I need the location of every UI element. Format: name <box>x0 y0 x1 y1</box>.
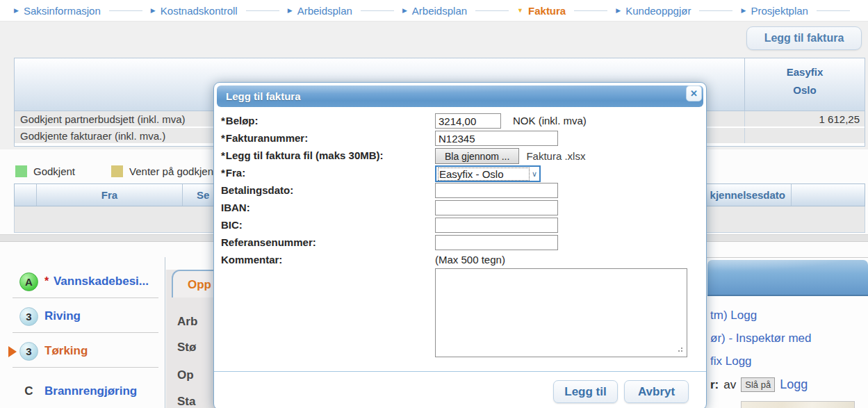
logg-link[interactable]: Logg <box>780 377 808 392</box>
pending-swatch <box>111 165 123 177</box>
cancel-button[interactable]: Avbryt <box>624 380 689 403</box>
form-row-payment-date: Betalingsdato: <box>221 183 699 200</box>
tab-kostnadskontroll[interactable]: ▶ Kostnadskontroll <box>151 5 238 17</box>
sidebar-item-vannskadebesiktigelse[interactable]: A * Vannskadebesi... <box>13 266 160 297</box>
column-header-fra: Fra <box>37 184 183 206</box>
bic-input[interactable] <box>435 218 558 233</box>
comment-label: Kommentar: <box>221 254 282 266</box>
approved-swatch <box>15 165 27 177</box>
sidebar-item-torking[interactable]: 3 Tørking <box>13 335 160 367</box>
iban-label: IBAN: <box>221 202 250 213</box>
chevron-down-icon: ▼ <box>517 8 523 14</box>
tab-label: Saksinformasjon <box>24 5 101 17</box>
info-text: fix <box>710 354 722 368</box>
partner-name: Easyfix <box>745 66 865 78</box>
sidebar-item-brannrengjoring[interactable]: C Brannrengjøring <box>13 375 160 407</box>
close-icon[interactable]: ✕ <box>686 85 702 101</box>
form-row-iban: IBAN: <box>221 200 699 218</box>
partner-city: Oslo <box>745 84 865 96</box>
form-row-file: *Legg til faktura fil (maks 30MB): Bla g… <box>221 148 699 165</box>
payment-date-label: Betalingsdato: <box>221 184 293 196</box>
header-icon-column <box>15 184 37 206</box>
payment-date-input[interactable] <box>435 183 558 198</box>
add-invoice-button[interactable]: Legg til faktura <box>746 26 862 50</box>
field-label: Stø <box>177 341 196 354</box>
chevron-right-icon: ▶ <box>741 8 746 14</box>
form-row-reference: Referansenummer: <box>221 235 699 252</box>
active-step-arrow-icon <box>8 346 17 357</box>
currency-suffix: NOK (inkl. mva) <box>513 113 587 129</box>
from-select[interactable]: Easyfix - Oslo ∨ <box>435 165 541 182</box>
bic-label: BIC: <box>221 219 243 231</box>
dialog-footer-divider <box>214 371 706 372</box>
form-row-comment: Kommentar: (Max 500 tegn) <box>221 252 699 270</box>
tab-label: Kostnadskontroll <box>161 5 238 17</box>
column-header-sendt: Se <box>197 189 209 201</box>
chevron-down-icon: ∨ <box>532 170 537 179</box>
field-label: Op <box>177 368 194 382</box>
column-header-godkjennelsesdato: kjennelsesdato <box>710 189 785 201</box>
comment-max-length-hint: (Max 500 tegn) <box>435 252 505 268</box>
info-text: tm) <box>710 309 728 322</box>
form-row-from: *Fra: Easyfix - Oslo ∨ <box>221 165 699 183</box>
toggle-row: r: av Slå på Logg <box>710 377 808 392</box>
tab-arbeidsplan-1[interactable]: ▶ Arbeidsplan <box>288 5 352 17</box>
approved-label: Godkjent <box>33 165 75 177</box>
info-line: fix Logg <box>710 354 752 368</box>
sidebar-item-riving[interactable]: 3 Riving <box>13 300 160 332</box>
step-letter: C <box>19 382 38 401</box>
panel-header-bar <box>707 260 868 296</box>
sla-pa-button[interactable]: Slå på <box>741 377 775 392</box>
tab-faktura-active[interactable]: ▼ Faktura <box>517 5 566 17</box>
required-mark: * <box>221 115 225 127</box>
reference-label: Referansenummer: <box>221 236 316 248</box>
field-label: Arb <box>177 315 197 329</box>
logg-link[interactable]: Logg <box>730 309 757 322</box>
sidebar-item-label: Riving <box>44 309 81 323</box>
logg-link[interactable]: Logg <box>726 354 752 368</box>
sidebar-item-label: Tørking <box>44 344 88 358</box>
sidebar-item-label: Brannrengjøring <box>44 384 137 398</box>
dialog-form: *Beløp: NOK (inkl. mva) *Fakturanummer: … <box>221 113 699 270</box>
reference-input[interactable] <box>435 235 558 250</box>
submit-button[interactable]: Legg til <box>553 380 618 403</box>
invoice-number-label: Fakturanummer: <box>226 132 308 144</box>
comment-textarea[interactable] <box>435 268 687 357</box>
tab-label: Arbeidsplan <box>412 5 467 17</box>
amount-input[interactable] <box>435 113 501 129</box>
step-connector-line <box>361 10 394 11</box>
required-mark: * <box>221 167 225 179</box>
dialog-buttons: Legg til Avbryt <box>553 380 689 403</box>
info-text: ør) - Inspektør med <box>710 332 811 345</box>
chevron-right-icon: ▶ <box>288 8 293 14</box>
pending-label: Venter på godkjenn <box>129 165 219 177</box>
add-invoice-dialog: Legg til faktura ✕ *Beløp: NOK (inkl. mv… <box>213 82 707 408</box>
step-connector-line <box>475 10 509 11</box>
dialog-title: Legg til faktura <box>217 85 703 107</box>
status-badge: A <box>19 272 38 291</box>
from-selected-value: Easyfix - Oslo <box>439 168 529 180</box>
tab-saksinformasjon[interactable]: ▶ Saksinformasjon <box>14 5 101 17</box>
resize-grip-icon[interactable] <box>681 350 682 352</box>
step-connector-line <box>246 10 279 11</box>
info-line: ør) - Inspektør med <box>710 332 811 345</box>
tab-prosjektplan[interactable]: ▶ Prosjektplan <box>741 5 808 17</box>
divider <box>13 297 158 298</box>
step-connector-line <box>699 10 732 11</box>
iban-input[interactable] <box>435 200 558 215</box>
chevron-right-icon: ▶ <box>14 8 19 14</box>
browse-button[interactable]: Bla gjennom ... <box>435 148 519 164</box>
tab-kundeoppgjor[interactable]: ▶ Kundeoppgjør <box>616 5 691 17</box>
required-mark: * <box>221 132 225 144</box>
invoice-number-input[interactable] <box>435 131 558 146</box>
map-thumbnail[interactable] <box>741 401 855 408</box>
tab-label: Prosjektplan <box>751 5 808 17</box>
dialog-titlebar: Legg til faktura <box>217 85 703 107</box>
form-row-amount: *Beløp: NOK (inkl. mva) <box>221 113 699 131</box>
selected-file-name: Faktura .xlsx <box>526 148 585 164</box>
step-connector-line <box>109 10 142 11</box>
tab-label: Arbeidsplan <box>297 5 352 17</box>
sidebar-item-label: Vannskadebesi... <box>54 275 149 288</box>
tab-arbeidsplan-2[interactable]: ▶ Arbeidsplan <box>402 5 467 17</box>
divider <box>13 367 158 368</box>
